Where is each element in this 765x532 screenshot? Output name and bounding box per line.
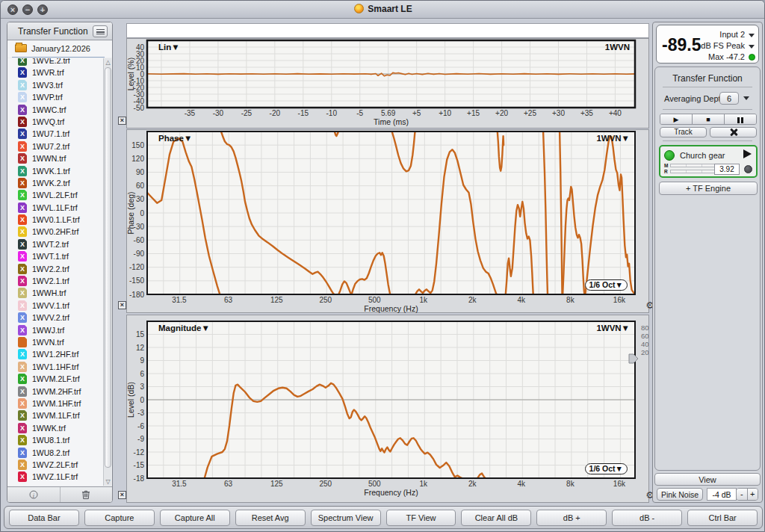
- engine-play-icon[interactable]: [743, 149, 752, 158]
- file-row[interactable]: X1WWK.trf: [7, 422, 105, 434]
- trace-label[interactable]: 1WVN: [605, 43, 630, 52]
- chevron-down-icon[interactable]: [749, 45, 755, 49]
- toolbar-button-db-[interactable]: dB +: [536, 510, 607, 526]
- scrollbar-thumb[interactable]: [105, 67, 111, 468]
- banding-dropdown[interactable]: 1/6 Oct▼: [585, 279, 628, 291]
- level-stepper: - +: [736, 488, 758, 501]
- delay-value-field[interactable]: 3.92: [714, 164, 740, 175]
- toolbar-button-reset-avg[interactable]: Reset Avg: [235, 510, 306, 526]
- file-name: 1WU7.1.trf: [32, 129, 69, 138]
- file-row[interactable]: X1WVR.trf: [7, 66, 105, 78]
- sidebar-footer: i: [7, 486, 112, 502]
- file-row[interactable]: X1WVL.2LF.trf: [7, 189, 105, 201]
- file-row[interactable]: 1WVN.trf: [7, 336, 105, 348]
- trace-label[interactable]: 1WVN▼: [596, 324, 630, 332]
- trace-label[interactable]: 1WVN▼: [596, 134, 630, 143]
- close-pane-icon[interactable]: ×: [118, 117, 126, 125]
- input-selector[interactable]: Input 2: [719, 30, 745, 39]
- scroll-down-icon[interactable]: ▽: [104, 478, 112, 485]
- lin-view-dropdown[interactable]: Lin▼: [158, 43, 180, 52]
- file-row[interactable]: X1WV0.2HF.trf: [7, 226, 105, 238]
- file-row[interactable]: X1WWC.trf: [7, 104, 105, 116]
- file-row[interactable]: X1WVM.2LF.trf: [7, 373, 105, 385]
- svg-text:5.69: 5.69: [381, 109, 396, 117]
- file-row[interactable]: X1WU8.2.trf: [7, 447, 105, 459]
- file-row[interactable]: X1WV2.2.trf: [7, 263, 105, 275]
- svg-text:-30: -30: [213, 109, 224, 117]
- toolbar-button-db-[interactable]: dB -: [612, 510, 682, 526]
- magnitude-view-dropdown[interactable]: Magnitude▼: [158, 324, 210, 332]
- chevron-down-icon[interactable]: [749, 34, 755, 37]
- file-row[interactable]: X1WVZ.1LF.trf: [7, 471, 105, 483]
- tools-button[interactable]: [710, 127, 757, 137]
- file-row[interactable]: X1WVV.1.trf: [7, 300, 105, 312]
- file-row[interactable]: X1WWN.trf: [7, 152, 105, 164]
- file-row[interactable]: X1WU7.1.trf: [7, 128, 105, 140]
- file-row[interactable]: X1WVK.1.trf: [7, 165, 105, 177]
- delay-track-button[interactable]: [744, 165, 752, 173]
- trace-file-icon: X: [18, 288, 27, 298]
- add-tf-engine-button[interactable]: + TF Engine: [659, 182, 758, 195]
- file-row[interactable]: X1WVP.trf: [7, 91, 105, 103]
- file-row[interactable]: X1WU7.2.trf: [7, 140, 105, 152]
- file-row[interactable]: X1WVV.2.trf: [7, 312, 105, 324]
- pause-button[interactable]: [725, 114, 756, 124]
- file-row[interactable]: X1WVE.2.trf: [7, 58, 105, 66]
- generator-level-field[interactable]: -4 dB: [707, 488, 737, 501]
- toolbar-button-capture[interactable]: Capture: [84, 510, 155, 526]
- file-row[interactable]: X1WVL.1LF.trf: [7, 202, 105, 214]
- coherence-threshold-slider[interactable]: [629, 354, 638, 363]
- chart-column: -35-30-25-20-15-10-55.69+5+10+15+20+25+3…: [117, 22, 649, 503]
- pink-noise-button[interactable]: Pink Noise: [657, 488, 703, 501]
- phase-view-dropdown[interactable]: Phase▼: [158, 134, 192, 143]
- level-plus-button[interactable]: +: [748, 489, 758, 500]
- scroll-up-icon[interactable]: △: [104, 59, 112, 66]
- title-bar: × − + Smaart LE: [1, 1, 765, 19]
- close-pane-icon[interactable]: ×: [118, 491, 126, 499]
- averaging-depth-dropdown[interactable]: 6: [719, 92, 739, 105]
- toolbar-button-capture-all[interactable]: Capture All: [160, 510, 230, 526]
- file-row[interactable]: X1WWH.trf: [7, 287, 105, 299]
- file-row[interactable]: X1WVQ.trf: [7, 116, 105, 128]
- file-row[interactable]: X1WVT.1.trf: [7, 250, 105, 262]
- toolbar-button-spectrum-view[interactable]: Spectrum View: [311, 510, 381, 526]
- sidebar-menu-button[interactable]: [93, 25, 108, 37]
- phase-plot[interactable]: 31.5631252505001k2k4k8k16k1501209060300-…: [127, 130, 650, 314]
- info-button[interactable]: i: [7, 487, 61, 502]
- file-row[interactable]: X1WV1.2HF.trf: [7, 348, 105, 360]
- chevron-down-icon[interactable]: [743, 96, 749, 100]
- banding-dropdown[interactable]: 1/6 Oct▼: [585, 463, 628, 474]
- play-button[interactable]: ▶: [660, 114, 693, 124]
- folder-row[interactable]: January12.2026: [7, 41, 112, 58]
- file-row[interactable]: X1WVT.2.trf: [7, 238, 105, 250]
- file-row[interactable]: X1WVM.1LF.trf: [7, 409, 105, 421]
- file-row[interactable]: X1WU8.1.trf: [7, 434, 105, 446]
- file-name: 1WVQ.trf: [32, 117, 64, 126]
- delete-button[interactable]: [61, 487, 113, 502]
- file-row[interactable]: X1WVZ.2LF.trf: [7, 459, 105, 471]
- level-minus-button[interactable]: -: [737, 489, 748, 500]
- file-row[interactable]: X1WV0.1.LF.trf: [7, 214, 105, 226]
- toolbar-button-data-bar[interactable]: Data Bar: [9, 510, 79, 526]
- svg-text:-35: -35: [185, 109, 196, 117]
- file-row[interactable]: X1WVM.2HF.trf: [7, 386, 105, 398]
- file-list-scrollbar[interactable]: △ ▽: [103, 58, 111, 486]
- toolbar-button-tf-view[interactable]: TF View: [386, 510, 456, 526]
- file-row[interactable]: X1WV1.1HF.trf: [7, 361, 105, 373]
- file-row[interactable]: X1WWJ.trf: [7, 324, 105, 336]
- stop-button[interactable]: ■: [693, 114, 725, 124]
- file-row[interactable]: X1WV2.1.trf: [7, 275, 105, 287]
- close-pane-icon[interactable]: ×: [118, 301, 126, 309]
- lin-plot[interactable]: -35-30-25-20-15-10-55.69+5+10+15+20+25+3…: [127, 39, 650, 129]
- file-row[interactable]: X1WVK.2.trf: [7, 177, 105, 189]
- unit-selector[interactable]: dB FS Peak: [701, 41, 745, 50]
- magnitude-plot[interactable]: 31.5631252505001k2k4k8k16k15129630-3-6-9…: [127, 315, 650, 504]
- toolbar-button-clear-all-db[interactable]: Clear All dB: [461, 510, 531, 526]
- tf-engine-panel[interactable]: Church gear M R 3.92: [659, 145, 758, 178]
- track-button[interactable]: Track: [660, 127, 707, 137]
- file-row[interactable]: X1WV3.trf: [7, 79, 105, 91]
- file-row[interactable]: X1WVM.1HF.trf: [7, 398, 105, 409]
- trace-file-icon: X: [18, 178, 27, 188]
- toolbar-button-ctrl-bar[interactable]: Ctrl Bar: [687, 510, 758, 526]
- view-button[interactable]: View: [654, 473, 761, 486]
